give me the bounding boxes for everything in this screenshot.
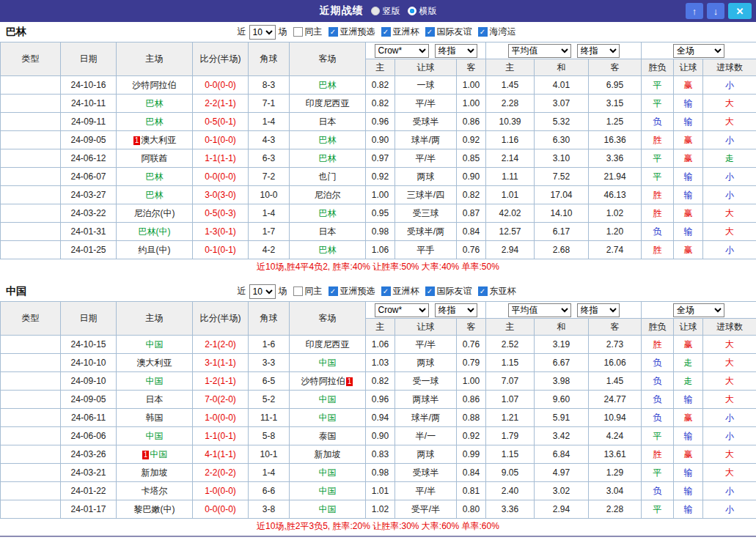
handicap-home-odds-cell: 1.02 — [366, 500, 395, 519]
radio-vertical-layout[interactable]: 竖版 — [371, 5, 400, 18]
score-cell: 1-0(0-0) — [193, 482, 249, 500]
result-wdl-cell: 负 — [642, 113, 674, 131]
match-count-select[interactable]: 10 — [249, 284, 276, 299]
handicap-line-cell: 受三球 — [395, 204, 457, 223]
close-button[interactable]: ✕ — [728, 3, 752, 19]
checkbox-checked-icon[interactable]: ✓ — [478, 27, 488, 37]
odds-stage-select-2[interactable]: 终指 — [577, 44, 620, 58]
handicap-away-odds-cell: 0.88 — [457, 409, 486, 427]
full-match-select[interactable]: 全场 — [673, 303, 724, 317]
date-cell: 24-10-11 — [61, 95, 117, 113]
home-team-cell: 尼泊尔(中) — [117, 204, 193, 223]
checkbox-unchecked-icon[interactable] — [293, 27, 303, 37]
filter-checkbox-同主[interactable]: 同主 — [293, 26, 323, 38]
match-row: 亚洲杯24-01-22卡塔尔1-0(0-0)6-6中国1.01平/半0.812.… — [1, 482, 756, 500]
odds-stage-select-1[interactable]: 终指 — [435, 44, 477, 58]
avg-home-odds-cell: 10.39 — [486, 113, 535, 131]
filter-checkbox-亚洲预选[interactable]: ✓亚洲预选 — [329, 285, 375, 297]
checkbox-checked-icon[interactable]: ✓ — [381, 286, 391, 296]
handicap-away-odds-cell: 0.86 — [457, 113, 486, 131]
score-cell: 1-1(0-1) — [193, 427, 249, 445]
corner-cell: 5-2 — [249, 391, 290, 409]
result-handicap-cell: 赢 — [674, 445, 703, 464]
checkbox-checked-icon[interactable]: ✓ — [329, 286, 338, 296]
filter-checkbox-亚洲杯[interactable]: ✓亚洲杯 — [381, 26, 419, 38]
average-odds-select[interactable]: 平均值 — [508, 44, 571, 58]
result-handicap-cell: 走 — [674, 354, 703, 372]
average-odds-select[interactable]: 平均值 — [508, 303, 571, 317]
scroll-down-button[interactable]: ↓ — [707, 3, 724, 19]
handicap-home-odds-cell: 0.82 — [366, 95, 395, 113]
avg-draw-odds-cell: 3.07 — [535, 95, 589, 113]
date-cell: 24-10-10 — [61, 354, 117, 372]
filter-checkbox-亚洲预选[interactable]: ✓亚洲预选 — [329, 26, 375, 38]
score-cell: 0-0(0-0) — [193, 168, 249, 186]
team-name-text: 中国 — [319, 504, 337, 514]
checkbox-unchecked-icon[interactable] — [293, 286, 303, 296]
checkbox-label: 亚洲杯 — [393, 285, 419, 297]
avg-home-odds-cell: 1.21 — [486, 409, 535, 427]
away-team-cell: 日本 — [290, 223, 366, 241]
score-cell: 3-0(3-0) — [193, 186, 249, 204]
bookmaker-select[interactable]: Crow* — [375, 303, 429, 317]
col-header-date: 日期 — [61, 42, 117, 76]
handicap-line-cell: 受球半 — [395, 464, 457, 482]
handicap-line-cell: 一球 — [395, 76, 457, 95]
avg-draw-odds-cell: 3.02 — [535, 482, 589, 500]
avg-home-odds-cell: 2.14 — [486, 149, 535, 168]
date-cell: 24-01-17 — [61, 500, 117, 519]
scroll-up-button[interactable]: ↑ — [686, 3, 703, 19]
league-cell: 亚洲杯 — [1, 241, 61, 259]
filter-checkbox-东亚杯[interactable]: ✓东亚杯 — [478, 285, 516, 297]
handicap-line-cell: 两球半 — [395, 391, 457, 409]
result-wdl-cell: 平 — [642, 464, 674, 482]
league-cell: 亚洲预选 — [1, 95, 61, 113]
avg-away-odds-cell: 1.29 — [589, 464, 642, 482]
league-cell: 亚洲预选 — [1, 409, 61, 427]
filter-checkbox-国际友谊[interactable]: ✓国际友谊 — [425, 285, 472, 297]
handicap-away-odds-cell: 0.84 — [457, 464, 486, 482]
handicap-away-odds-cell: 1.00 — [457, 372, 486, 391]
odds-stage-select-1[interactable]: 终指 — [435, 303, 477, 317]
league-cell: 亚洲预选 — [1, 391, 61, 409]
checkbox-label: 国际友谊 — [437, 26, 472, 38]
radio-horizontal-layout[interactable]: 横版 — [408, 5, 437, 18]
away-team-cell: 日本 — [290, 113, 366, 131]
checkbox-checked-icon[interactable]: ✓ — [329, 27, 338, 37]
corner-cell: 5-8 — [249, 427, 290, 445]
avg-draw-odds-cell: 7.52 — [535, 168, 589, 186]
checkbox-checked-icon[interactable]: ✓ — [425, 27, 435, 37]
handicap-line-cell: 受球半/两 — [395, 223, 457, 241]
home-team-cell: 卡塔尔 — [117, 482, 193, 500]
team-name-text: 中国 — [319, 413, 337, 423]
filter-checkbox-同主[interactable]: 同主 — [293, 285, 323, 297]
filter-checkbox-海湾运[interactable]: ✓海湾运 — [478, 26, 516, 38]
result-wdl-cell: 胜 — [642, 241, 674, 259]
full-match-select[interactable]: 全场 — [673, 44, 724, 58]
league-cell: 亚洲预选 — [1, 168, 61, 186]
date-cell: 24-06-12 — [61, 149, 117, 168]
corner-cell: 4-2 — [249, 241, 290, 259]
avg-away-odds-cell: 6.95 — [589, 76, 642, 95]
team-name-text: 日本 — [319, 226, 337, 237]
checkbox-checked-icon[interactable]: ✓ — [478, 286, 488, 296]
result-goals-cell: 小 — [703, 186, 756, 204]
home-team-cell: 1中国 — [117, 445, 193, 464]
checkbox-checked-icon[interactable]: ✓ — [381, 27, 391, 37]
filter-checkbox-亚洲杯[interactable]: ✓亚洲杯 — [381, 285, 419, 297]
avg-home-odds-cell: 2.40 — [486, 482, 535, 500]
match-count-select[interactable]: 10 — [249, 25, 276, 40]
corner-cell: 10-0 — [249, 186, 290, 204]
score-cell: 2-2(0-2) — [193, 464, 249, 482]
avg-draw-odds-cell: 5.91 — [535, 409, 589, 427]
bookmaker-select[interactable]: Crow* — [375, 44, 429, 58]
home-team-cell: 中国 — [117, 336, 193, 354]
result-wdl-cell: 胜 — [642, 204, 674, 223]
checkbox-checked-icon[interactable]: ✓ — [425, 286, 435, 296]
odds-stage-select-2[interactable]: 终指 — [577, 303, 620, 317]
date-cell: 24-06-06 — [61, 427, 117, 445]
date-cell: 24-09-10 — [61, 372, 117, 391]
subcol-result-goals: 进球数 — [703, 319, 756, 336]
score-cell: 2-1(2-0) — [193, 336, 249, 354]
filter-checkbox-国际友谊[interactable]: ✓国际友谊 — [425, 26, 472, 38]
